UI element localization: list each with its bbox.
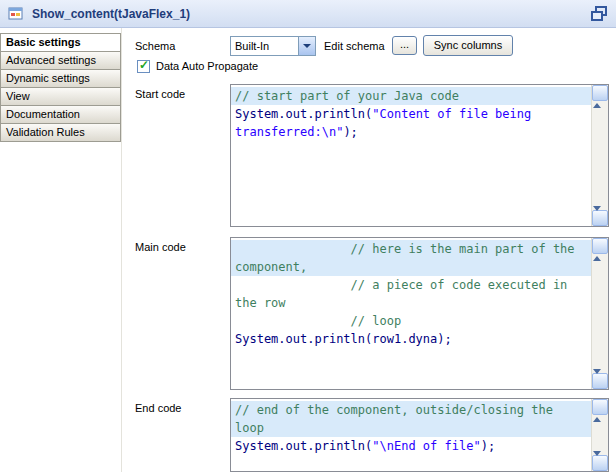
code-segment-comment: // start part of your Java code bbox=[235, 89, 459, 103]
scroll-down-button[interactable] bbox=[592, 373, 608, 389]
vertical-scrollbar[interactable] bbox=[591, 238, 608, 389]
start-code-editor[interactable]: // start part of your Java codeSystem.ou… bbox=[231, 87, 591, 226]
data-auto-propagate-label: Data Auto Propagate bbox=[156, 60, 258, 72]
sidebar-item-advanced-settings[interactable]: Advanced settings bbox=[0, 51, 121, 70]
code-segment-string: "\nEnd of file" bbox=[372, 439, 480, 453]
code-row: component, bbox=[231, 258, 591, 276]
code-row: System.out.println("Content of file bein… bbox=[231, 105, 591, 123]
code-segment-code: ); bbox=[343, 125, 357, 139]
scroll-up-button[interactable] bbox=[592, 238, 608, 254]
edit-schema-ellipsis-button[interactable]: ... bbox=[392, 36, 417, 55]
sync-columns-button[interactable]: Sync columns bbox=[423, 35, 513, 56]
scroll-down-button[interactable] bbox=[592, 455, 608, 471]
sidebar-item-dynamic-settings[interactable]: Dynamic settings bbox=[0, 69, 121, 88]
code-row: loop bbox=[231, 419, 591, 437]
main-code[interactable]: // here is the main part of thecomponent… bbox=[230, 237, 609, 390]
schema-label: Schema bbox=[135, 40, 175, 52]
code-row: // end of the component, outside/closing… bbox=[231, 401, 591, 419]
code-row: System.out.println("\nEnd of file"); bbox=[231, 437, 591, 455]
end-code[interactable]: // end of the component, outside/closing… bbox=[230, 398, 609, 472]
main-code-label: Main code bbox=[135, 241, 186, 253]
code-row: the row bbox=[231, 294, 591, 312]
edit-schema-label: Edit schema bbox=[324, 40, 385, 52]
code-segment-comment: // loop bbox=[235, 314, 401, 328]
code-segment-comment: // here is the main part of the bbox=[235, 242, 575, 256]
code-segment-code: ); bbox=[481, 439, 495, 453]
sidebar: Basic settingsAdvanced settingsDynamic s… bbox=[0, 28, 122, 472]
code-segment-code: System.out.println( bbox=[235, 439, 372, 453]
code-row: // start part of your Java code bbox=[231, 87, 591, 105]
main-code-editor[interactable]: // here is the main part of thecomponent… bbox=[231, 240, 591, 389]
data-auto-propagate-checkbox[interactable]: ✓ bbox=[137, 60, 150, 73]
sidebar-item-basic-settings[interactable]: Basic settings bbox=[0, 33, 121, 52]
code-row: // here is the main part of the bbox=[231, 240, 591, 258]
code-row: transferred:\n"); bbox=[231, 123, 591, 141]
component-icon bbox=[8, 6, 24, 22]
scroll-up-button[interactable] bbox=[592, 399, 608, 415]
start-code[interactable]: // start part of your Java codeSystem.ou… bbox=[230, 84, 609, 227]
end-code-editor[interactable]: // end of the component, outside/closing… bbox=[231, 401, 591, 471]
code-row: System.out.println(row1.dyna); bbox=[231, 330, 591, 348]
chevron-down-icon[interactable] bbox=[298, 37, 315, 55]
vertical-scrollbar[interactable] bbox=[591, 399, 608, 471]
code-segment-comment: component, bbox=[235, 260, 307, 274]
panel-header: Show_content(tJavaFlex_1) bbox=[0, 0, 616, 28]
end-code-label: End code bbox=[135, 402, 181, 414]
code-segment-comment: the row bbox=[235, 296, 286, 310]
sidebar-item-view[interactable]: View bbox=[0, 87, 121, 106]
code-segment-comment: loop bbox=[235, 421, 264, 435]
code-segment-comment: // end of the component, outside/closing… bbox=[235, 403, 553, 417]
code-segment-string: "Content of file being bbox=[372, 107, 531, 121]
schema-dropdown-value: Built-In bbox=[235, 40, 269, 52]
code-segment-code: System.out.println(row1.dyna); bbox=[235, 332, 452, 346]
code-segment-string: transferred:\n" bbox=[235, 125, 343, 139]
scroll-up-button[interactable] bbox=[592, 85, 608, 101]
schema-dropdown[interactable]: Built-In bbox=[230, 36, 316, 56]
restore-button[interactable] bbox=[590, 6, 608, 22]
scroll-down-button[interactable] bbox=[592, 210, 608, 226]
code-segment-comment: // a piece of code executed in bbox=[235, 278, 567, 292]
code-row: // loop bbox=[231, 312, 591, 330]
code-row: // a piece of code executed in bbox=[231, 276, 591, 294]
sidebar-item-validation-rules[interactable]: Validation Rules bbox=[0, 123, 121, 142]
start-code-label: Start code bbox=[135, 88, 185, 100]
sidebar-item-documentation[interactable]: Documentation bbox=[0, 105, 121, 124]
code-segment-code: System.out.println( bbox=[235, 107, 372, 121]
checkmark-icon: ✓ bbox=[139, 58, 149, 72]
vertical-scrollbar[interactable] bbox=[591, 85, 608, 226]
panel-title: Show_content(tJavaFlex_1) bbox=[32, 7, 190, 21]
